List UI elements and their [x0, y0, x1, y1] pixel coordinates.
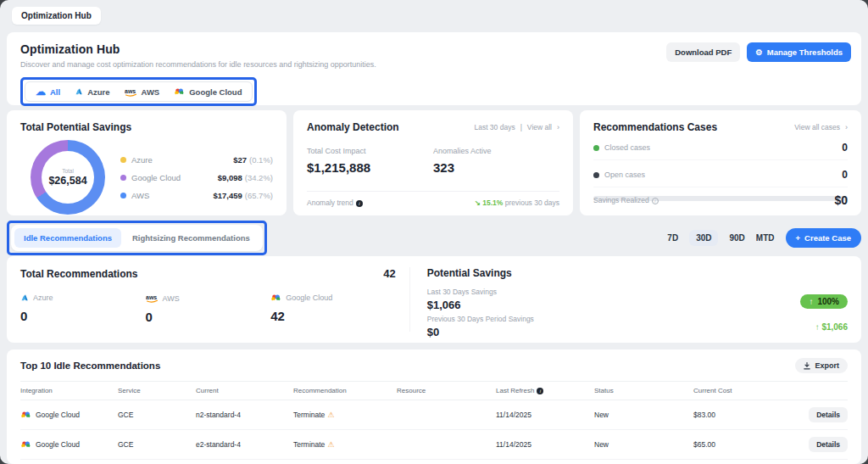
google-cloud-logo-icon [270, 293, 281, 302]
gear-icon: ⚙ [755, 48, 763, 57]
download-pdf-button[interactable]: Download PDF [666, 42, 740, 62]
header-card: Optimization Hub Discover and manage cos… [7, 32, 861, 105]
details-button[interactable]: Details [809, 407, 848, 422]
info-icon: i [356, 200, 363, 207]
aws-logo-icon: aws [125, 87, 137, 97]
details-button[interactable]: Details [809, 437, 848, 452]
azure-logo-icon [75, 87, 83, 96]
create-case-button[interactable]: + Create Case [786, 228, 861, 248]
annotation-box-filters: ☁ All Azure aws AWS [20, 77, 257, 106]
chevron-right-icon: › [557, 123, 559, 131]
anomaly-card-title: Anomaly Detection [307, 121, 399, 133]
potential-savings-panel: Potential Savings Last 30 Days Savings $… [409, 267, 848, 332]
donut-center-value: $26,584 [48, 175, 86, 187]
manage-thresholds-button[interactable]: ⚙ Manage Thresholds [747, 42, 851, 62]
savings-donut-chart: Total $26,584 [31, 140, 105, 215]
arrow-up-icon: ↑ [809, 297, 813, 306]
trend-down-icon: ↘ [475, 198, 481, 207]
table-row: Google Cloud GCE n2-standard-4 Terminate… [20, 400, 848, 430]
anomalies-active-stat: Anomalies Active 323 [433, 147, 559, 175]
legend-item-google-cloud: Google Cloud $9,098 (34.2%) [120, 173, 273, 182]
table-row: Google Cloud GCE e2-standard-4 Terminate… [20, 460, 848, 464]
azure-dot [120, 157, 126, 163]
summary-card: Total Recommendations 42 Azure 0 [7, 256, 861, 343]
google-cloud-dot [120, 175, 126, 181]
savings-card-title: Total Potential Savings [20, 121, 273, 133]
last-30-days-label: Last 30 Days Savings [427, 288, 801, 296]
legend-item-aws: AWS $17,459 (65.7%) [120, 191, 273, 200]
provider-google-cloud: Google Cloud 42 [270, 293, 396, 324]
savings-realized-label: Savings Realizedi [593, 196, 659, 204]
potential-savings-title: Potential Savings [427, 267, 848, 279]
cases-card-title: Recommendations Cases [593, 121, 717, 133]
google-cloud-logo-icon [20, 411, 31, 419]
header-actions: Download PDF ⚙ Manage Thresholds [666, 42, 851, 62]
filter-azure[interactable]: Azure [75, 87, 109, 97]
tab-rightsizing-recommendations[interactable]: Rightsizing Recommendations [123, 228, 259, 248]
savings-change-badge: ↑ 100% [800, 294, 848, 309]
google-cloud-logo-icon [174, 87, 185, 96]
filter-aws[interactable]: aws AWS [125, 87, 160, 97]
breadcrumb-tab[interactable]: Optimization Hub [12, 7, 101, 25]
kpi-cards-row: Total Potential Savings Total $26,584 Az… [7, 110, 861, 215]
recommendation-tabs: Idle Recommendations Rightsizing Recomme… [11, 225, 263, 251]
legend-item-azure: Azure $27 (0.1%) [120, 155, 273, 165]
anomaly-detection-card: Anomaly Detection Last 30 days | View al… [293, 110, 573, 215]
idle-recommendations-table-card: Top 10 Idle Recommendations Export Integ… [7, 349, 861, 464]
filter-all[interactable]: ☁ All [36, 87, 60, 97]
top-bar: Optimization Hub [0, 0, 868, 31]
closed-cases-dot [593, 145, 599, 151]
cloud-sync-icon: ☁ [36, 87, 46, 97]
previous-period-label: Previous 30 Days Period Savings [427, 315, 801, 323]
last-30-days-value: $1,066 [427, 299, 801, 311]
arrow-up-icon: ↑ [815, 322, 820, 332]
aws-dot [120, 193, 126, 198]
azure-logo-icon [20, 293, 29, 302]
total-recommendations-panel: Total Recommendations 42 Azure 0 [20, 267, 409, 332]
period-90d[interactable]: 90D [729, 233, 744, 243]
google-cloud-logo-icon [20, 440, 31, 449]
export-icon [804, 362, 810, 370]
total-recommendations-count: 42 [383, 267, 395, 280]
provider-aws: aws AWS 0 [146, 293, 271, 324]
anomaly-trend-label: Anomaly trendi [307, 198, 363, 207]
filter-google-cloud[interactable]: Google Cloud [174, 87, 242, 97]
open-cases-dot [593, 172, 599, 178]
previous-period-value: $0 [427, 326, 801, 338]
chevron-right-icon: › [845, 123, 848, 131]
info-icon: i [652, 198, 659, 204]
table-title: Top 10 Idle Recommendations [20, 361, 160, 371]
open-cases-row: Open cases 0 [593, 169, 848, 187]
tabs-toolbar: Idle Recommendations Rightsizing Recomme… [7, 221, 861, 254]
total-recommendations-title: Total Recommendations [20, 268, 137, 280]
info-icon: i [537, 388, 543, 394]
table-header-row: Integration Service Current Recommendati… [20, 381, 848, 400]
total-potential-savings-card: Total Potential Savings Total $26,584 Az… [7, 110, 287, 215]
anomaly-view-all-link[interactable]: View all [527, 123, 552, 131]
warning-icon: ⚠ [327, 411, 334, 419]
period-7d[interactable]: 7D [667, 233, 678, 243]
warning-icon: ⚠ [327, 440, 334, 449]
export-button[interactable]: Export [795, 358, 848, 373]
period-selector: 7D 30D 90D MTD + Create Case [667, 228, 861, 248]
view-all-cases-link[interactable]: View all cases [794, 123, 840, 131]
closed-cases-row: Closed cases 0 [593, 142, 848, 160]
aws-logo-icon: aws [146, 293, 159, 303]
table-row: Google Cloud GCE e2-standard-4 Terminate… [20, 430, 848, 460]
savings-legend: Azure $27 (0.1%) Google Cloud $9,098 (34… [120, 155, 273, 200]
recommendations-cases-card: Recommendations Cases View all cases › C… [580, 110, 861, 215]
period-30d[interactable]: 30D [689, 230, 718, 246]
svg-text:aws: aws [146, 294, 157, 300]
savings-realized-value: $0 [834, 193, 848, 207]
optimization-hub-screen: Optimization Hub Optimization Hub Discov… [0, 0, 868, 464]
tab-idle-recommendations[interactable]: Idle Recommendations [14, 228, 121, 248]
anomaly-range-label[interactable]: Last 30 days [474, 123, 515, 131]
savings-delta: ↑ $1,066 [815, 322, 848, 332]
plus-icon: + [796, 233, 801, 243]
svg-text:aws: aws [125, 88, 136, 94]
anomaly-trend-value: ↘ 15.1% previous 30 days [475, 198, 559, 207]
period-mtd[interactable]: MTD [756, 233, 775, 243]
donut-center-label: Total [62, 168, 74, 174]
total-cost-impact-stat: Total Cost Impact $1,215,888 [307, 147, 433, 175]
annotation-box-tabs: Idle Recommendations Rightsizing Recomme… [7, 221, 267, 255]
